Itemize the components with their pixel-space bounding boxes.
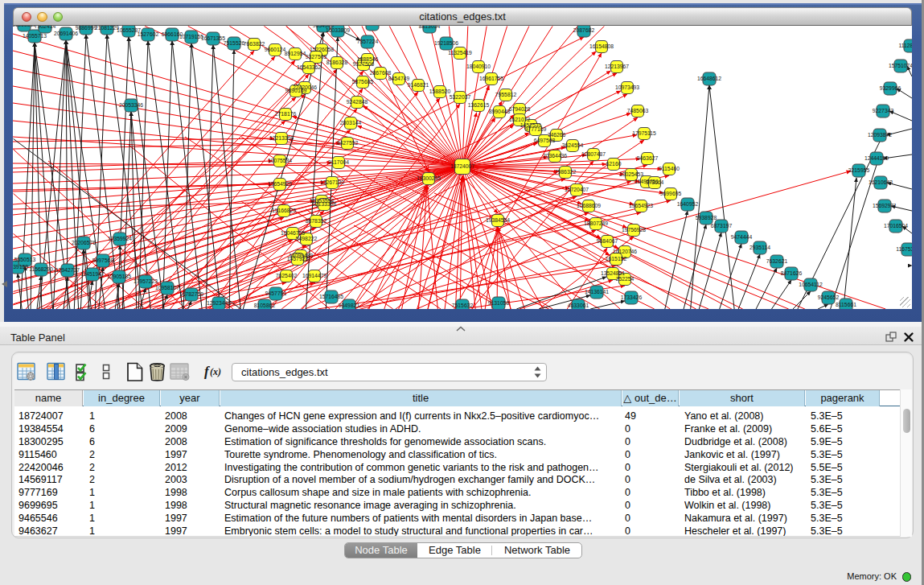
svg-text:9327506: 9327506 [353,61,375,67]
svg-text:9474444: 9474444 [731,234,753,240]
svg-text:9242848: 9242848 [347,99,368,105]
svg-text:11128921: 11128921 [898,43,912,48]
svg-text:8990448: 8990448 [489,109,511,114]
svg-text:15784803: 15784803 [360,26,384,27]
svg-text:12133368: 12133368 [312,201,336,207]
svg-text:9245652: 9245652 [818,295,840,300]
svg-text:9463627: 9463627 [637,155,659,161]
svg-text:(x): (x) [210,366,221,377]
svg-text:1362615: 1362615 [468,102,490,108]
svg-text:8471626: 8471626 [781,270,803,276]
svg-text:10807487: 10807487 [581,151,606,157]
svg-text:5322037: 5322037 [450,94,471,100]
svg-text:10688609: 10688609 [577,203,601,208]
svg-text:10075534: 10075534 [268,158,292,163]
svg-text:12905185: 12905185 [107,274,131,279]
svg-text:7485063: 7485063 [627,108,649,113]
svg-text:16210643: 16210643 [869,179,893,185]
svg-text:16914479: 16914479 [302,273,326,278]
svg-text:11568290: 11568290 [29,266,53,272]
svg-text:18040910: 18040910 [466,64,491,69]
svg-text:9117004: 9117004 [328,159,349,165]
svg-text:9684067: 9684067 [597,238,618,244]
svg-text:20206576: 20206576 [72,240,96,245]
svg-text:7902414: 7902414 [35,26,56,29]
svg-text:13267130: 13267130 [320,179,344,185]
svg-text:9660124: 9660124 [265,47,286,52]
svg-text:5875685: 5875685 [352,79,374,84]
svg-text:9890169: 9890169 [285,88,307,93]
svg-text:3624554: 3624554 [562,142,584,148]
svg-text:10973493: 10973493 [615,84,639,90]
svg-text:12444159: 12444159 [864,155,889,161]
svg-text:1733426: 1733426 [621,295,643,300]
svg-text:16033809: 16033809 [326,27,350,33]
svg-text:15692971: 15692971 [873,203,897,208]
svg-text:8813054: 8813054 [419,26,441,29]
svg-text:16046755: 16046755 [281,230,305,236]
svg-text:8912954: 8912954 [285,51,306,56]
svg-text:5350513: 5350513 [14,257,36,262]
svg-text:17975115: 17975115 [632,130,656,136]
svg-text:10958107: 10958107 [155,285,179,290]
svg-text:7986322: 7986322 [555,169,577,175]
svg-text:9699695: 9699695 [660,191,682,196]
svg-text:12942737: 12942737 [55,267,80,273]
svg-text:15716485: 15716485 [319,294,343,299]
svg-text:8115661: 8115661 [836,302,856,307]
svg-text:14136141: 14136141 [585,289,609,295]
svg-text:2935114: 2935114 [749,245,770,250]
svg-text:20053346: 20053346 [119,102,143,108]
svg-text:17016504: 17016504 [884,223,908,229]
svg-text:16671355: 16671355 [201,35,225,41]
svg-text:18724007: 18724007 [450,163,474,169]
svg-text:20691406: 20691406 [54,31,78,36]
svg-text:15226058: 15226058 [310,47,334,52]
svg-text:1588520: 1588520 [429,89,451,94]
svg-text:10025453: 10025453 [619,171,643,177]
svg-text:6873197: 6873197 [711,223,733,229]
svg-text:8878352: 8878352 [306,218,327,224]
svg-text:7515526: 7515526 [224,40,245,46]
svg-text:10654112: 10654112 [799,282,823,287]
svg-text:6794028: 6794028 [509,106,531,112]
svg-text:12923446: 12923446 [207,300,231,306]
svg-text:17359924: 17359924 [108,236,132,241]
svg-text:16543362: 16543362 [297,64,321,70]
svg-text:7663822: 7663822 [244,41,265,47]
svg-text:14055713: 14055713 [23,33,47,39]
svg-text:1457923: 1457923 [287,256,309,262]
svg-text:1888546: 1888546 [357,56,379,62]
svg-text:1527602: 1527602 [138,31,159,37]
svg-text:5498222: 5498222 [296,236,318,241]
svg-text:16154808: 16154808 [589,43,614,49]
svg-text:5938928: 5938928 [696,215,717,220]
svg-text:11675387: 11675387 [896,246,912,252]
svg-text:20364436: 20364436 [543,153,567,159]
svg-text:6497568: 6497568 [534,138,556,143]
svg-text:10719155: 10719155 [179,34,203,39]
svg-text:62160: 62160 [606,161,622,167]
svg-text:978664: 978664 [646,179,664,185]
svg-text:16961755: 16961755 [479,76,503,81]
svg-text:8186328: 8186328 [326,60,348,65]
svg-text:12213967: 12213967 [605,64,629,69]
svg-text:7515632: 7515632 [452,303,474,308]
svg-text:9329966: 9329966 [880,85,901,91]
svg-text:19166825: 19166825 [272,208,296,213]
svg-text:11325419: 11325419 [448,50,472,56]
svg-text:2087682: 2087682 [573,27,595,33]
svg-text:9131058: 9131058 [488,300,510,306]
svg-text:1621072: 1621072 [509,117,531,122]
svg-text:16782759: 16782759 [179,291,203,297]
svg-text:9227343: 9227343 [873,108,894,113]
svg-text:9115460: 9115460 [659,166,680,171]
svg-text:9457791: 9457791 [265,290,287,296]
svg-text:252254: 252254 [616,276,634,282]
svg-text:7625402: 7625402 [276,273,298,278]
svg-text:1939159: 1939159 [13,264,28,270]
svg-text:9777169: 9777169 [525,126,547,132]
svg-text:2718176: 2718176 [275,111,297,117]
svg-text:19654925: 19654925 [268,181,292,187]
svg-text:4633061: 4633061 [568,303,589,308]
